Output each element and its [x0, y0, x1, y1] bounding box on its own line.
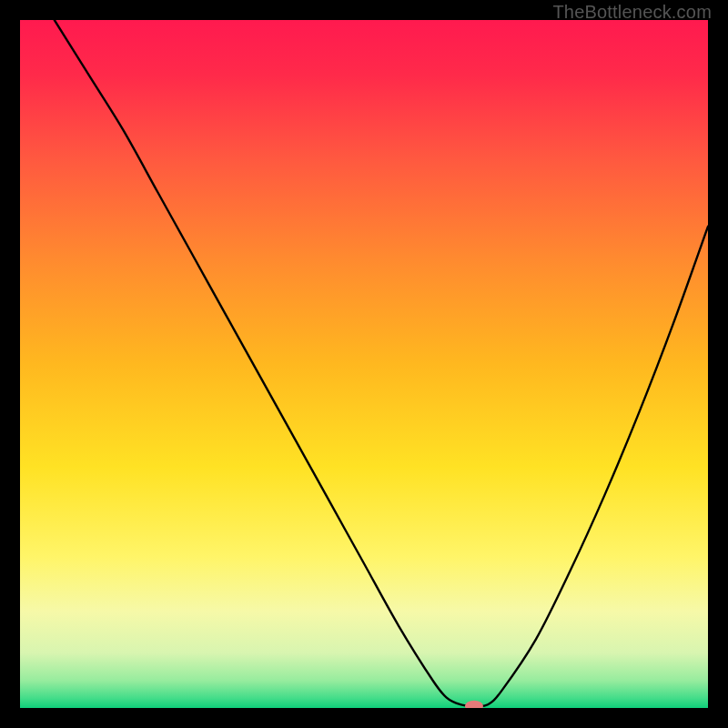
gradient-background: [20, 20, 708, 708]
plot-area: [20, 20, 708, 708]
watermark-text: TheBottleneck.com: [552, 2, 712, 23]
chart-svg: [20, 20, 708, 708]
chart-container: TheBottleneck.com: [0, 0, 728, 728]
